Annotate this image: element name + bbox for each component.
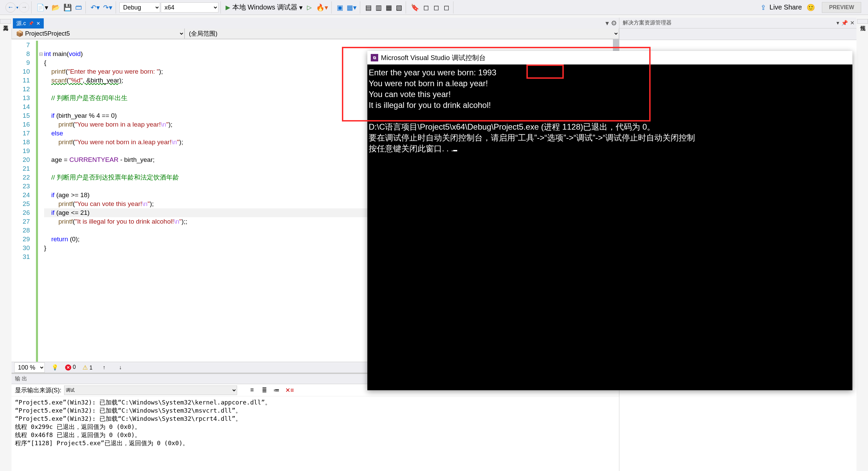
properties-side-tab[interactable]: 属性 xyxy=(857,19,868,24)
console-output: Enter the year you were born: 1993 You w… xyxy=(367,64,852,157)
scope-project-select[interactable]: 📦 Project5Project5 xyxy=(12,29,185,39)
output-clear-button[interactable]: ✕≡ xyxy=(284,385,295,395)
toolbox-btn-1[interactable]: ▣ xyxy=(335,3,345,12)
panel-close-icon[interactable]: ✕ xyxy=(850,20,854,26)
live-share-icon: ⇪ xyxy=(760,3,766,12)
platform-select[interactable]: x64 xyxy=(161,2,218,13)
solution-explorer-title: 解决方案资源管理器 xyxy=(623,19,672,26)
feedback-button[interactable]: 🙂 xyxy=(805,3,816,12)
editor-tab-active[interactable]: 源.c 📌 ✕ xyxy=(13,18,44,29)
start-no-debug-button[interactable]: ▷ xyxy=(305,3,314,12)
solution-toolbar xyxy=(619,29,856,40)
output-tool-1[interactable]: ≡ xyxy=(247,385,257,395)
panel-dropdown-icon[interactable]: ▾ xyxy=(836,20,839,26)
uncomment-btn[interactable]: ▧ xyxy=(394,3,404,12)
nav-forward-button[interactable]: → xyxy=(19,2,29,13)
tab-settings-icon[interactable]: ⚙ xyxy=(611,19,617,27)
toolbox-side-tab[interactable]: 工具箱 xyxy=(0,19,11,24)
zoom-select[interactable]: 100 % xyxy=(14,362,45,373)
tab-dropdown-icon[interactable]: ▾ xyxy=(605,19,609,27)
output-source-label: 显示输出来源(S): xyxy=(15,386,61,394)
bookmark-btn[interactable]: 🔖 xyxy=(409,3,421,12)
bookmark-next[interactable]: ◻ xyxy=(431,3,441,12)
bookmark-prev[interactable]: ◻ xyxy=(421,3,431,12)
lightbulb-icon[interactable]: 💡 xyxy=(52,364,58,371)
console-title: Microsoft Visual Studio 调试控制台 xyxy=(381,53,486,62)
preview-button[interactable]: PREVIEW xyxy=(822,2,861,13)
nav-back-button[interactable]: ← xyxy=(5,2,16,13)
fold-gutter: ⊟ xyxy=(38,39,44,362)
debug-console-window[interactable]: ⧉ Microsoft Visual Studio 调试控制台 Enter th… xyxy=(367,51,852,390)
output-body[interactable]: “Project5.exe”(Win32): 已加载“C:\Windows\Sy… xyxy=(12,396,619,471)
output-tool-3[interactable]: ≔ xyxy=(272,385,281,395)
line-gutter: 7891011121314151617181920212223242526272… xyxy=(12,39,36,362)
start-debug-button[interactable]: ▶ 本地 Windows 调试器 ▾ xyxy=(224,3,304,12)
warning-count[interactable]: ⚠ 1 xyxy=(82,364,92,371)
hot-reload-button[interactable]: 🔥▾ xyxy=(315,3,329,12)
save-all-button[interactable]: 🗃 xyxy=(74,3,83,12)
close-icon[interactable]: ✕ xyxy=(36,21,40,26)
toolbox-btn-2[interactable]: ▦▾ xyxy=(345,3,358,12)
nav-up-button[interactable]: ↑ xyxy=(99,363,109,372)
editor-tab-bar: 源.c 📌 ✕ ▾ ⚙ xyxy=(12,18,619,29)
outdent-btn[interactable]: ▥ xyxy=(374,3,383,12)
save-button[interactable]: 💾 xyxy=(62,3,73,12)
nav-down-button[interactable]: ↓ xyxy=(116,363,125,372)
output-source-select[interactable]: 调试 xyxy=(64,385,237,395)
tab-label: 源.c xyxy=(16,20,26,27)
scope-function-select[interactable]: (全局范围) xyxy=(185,29,619,39)
config-select[interactable]: Debug xyxy=(119,2,160,13)
error-count[interactable]: ✕ 0 xyxy=(65,364,76,371)
open-file-button[interactable]: 📂 xyxy=(50,3,61,12)
console-titlebar[interactable]: ⧉ Microsoft Visual Studio 调试控制台 xyxy=(367,51,852,64)
bookmark-clear[interactable]: ◻ xyxy=(442,3,451,12)
output-tool-2[interactable]: ≣ xyxy=(259,385,269,395)
redo-button[interactable]: ↷▾ xyxy=(102,3,114,12)
new-item-button[interactable]: 📄▾ xyxy=(35,3,50,12)
main-toolbar: ← ▾ → 📄▾ 📂 💾 🗃 ↶▾ ↷▾ Debug x64 ▶ 本地 Wind… xyxy=(0,0,868,15)
pin-icon[interactable]: 📌 xyxy=(28,21,34,26)
comment-btn[interactable]: ▦ xyxy=(384,3,393,12)
live-share-button[interactable]: Live Share xyxy=(768,3,804,12)
vs-icon: ⧉ xyxy=(371,54,378,61)
undo-button[interactable]: ↶▾ xyxy=(89,3,101,12)
scope-bar: 📦 Project5Project5 (全局范围) xyxy=(12,29,619,39)
panel-pin-icon[interactable]: 📌 xyxy=(841,20,848,26)
indent-btn[interactable]: ▤ xyxy=(364,3,373,12)
